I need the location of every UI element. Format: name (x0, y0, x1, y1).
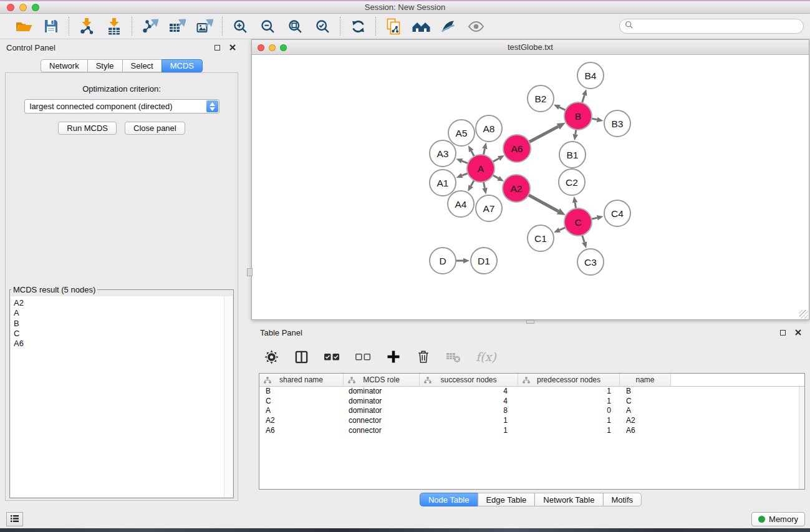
graph-edge-A6-B[interactable] (529, 123, 565, 142)
tab-style[interactable]: Style (87, 59, 123, 72)
table-cell[interactable]: C (259, 397, 344, 407)
table-cell[interactable]: 1 (518, 416, 620, 426)
export-image-icon[interactable] (195, 17, 214, 36)
task-history-button[interactable] (6, 512, 23, 526)
table-row[interactable]: A2connector11A2 (259, 416, 804, 426)
table-cell[interactable]: A2 (620, 416, 671, 426)
memory-button[interactable]: Memory (751, 512, 805, 526)
close-table-panel-icon[interactable] (795, 328, 801, 337)
table-cell[interactable]: B (620, 387, 671, 397)
open-session-icon[interactable] (14, 17, 33, 36)
import-network-icon[interactable] (77, 17, 96, 36)
column-header-shared-name[interactable]: shared name (259, 374, 344, 386)
graph-edge-A-A1[interactable] (456, 173, 468, 178)
mcds-result-item[interactable]: B (11, 319, 233, 329)
graph-edge-A-A3[interactable] (456, 158, 468, 163)
delete-column-icon[interactable] (416, 349, 431, 365)
graph-edge-B-B2[interactable] (554, 105, 566, 110)
graph-edge-A-A6[interactable] (493, 155, 504, 162)
tab-motifs[interactable]: Motifs (602, 493, 642, 506)
tab-network-table[interactable]: Network Table (534, 493, 603, 506)
close-network-window-button[interactable] (258, 44, 264, 51)
search-input[interactable] (619, 19, 804, 34)
export-network-icon[interactable] (140, 17, 159, 36)
mcds-result-item[interactable]: C (11, 329, 233, 339)
refresh-icon[interactable] (349, 17, 367, 36)
table-cell[interactable]: 4 (420, 387, 518, 397)
graph-node-A7[interactable]: A7 (476, 195, 502, 221)
save-session-icon[interactable] (42, 17, 60, 36)
mcds-result-list[interactable]: A2ABCA6 (11, 296, 233, 497)
table-cell[interactable]: 0 (518, 406, 620, 416)
graph-node-C2[interactable]: C2 (559, 169, 585, 195)
graph-node-A4[interactable]: A4 (448, 191, 474, 217)
graph-edge-C-C4[interactable] (591, 215, 603, 220)
table-cell[interactable]: A (259, 406, 344, 416)
graph-node-C3[interactable]: C3 (577, 249, 604, 275)
tab-select[interactable]: Select (122, 59, 162, 72)
graph-edge-A-A5[interactable] (468, 145, 475, 156)
graph-edge-D-D1[interactable] (456, 258, 470, 264)
graph-node-A1[interactable]: A1 (430, 170, 456, 196)
table-cell[interactable]: A6 (259, 426, 344, 436)
table-cell[interactable]: dominator (344, 387, 420, 397)
graph-node-A5[interactable]: A5 (448, 120, 475, 146)
table-cell[interactable]: dominator (344, 406, 420, 416)
column-header-mcds-role[interactable]: MCDS role (344, 374, 420, 386)
select-all-icon[interactable] (324, 349, 340, 365)
mcds-result-item[interactable]: A (11, 308, 233, 318)
graph-node-B[interactable]: B (564, 102, 592, 130)
close-window-button[interactable] (7, 4, 14, 11)
graph-node-A2[interactable]: A2 (503, 175, 530, 202)
import-table-icon[interactable] (105, 17, 123, 36)
table-cell[interactable]: A (620, 406, 671, 416)
column-preferences-icon[interactable] (294, 349, 309, 365)
network-overview-icon[interactable] (384, 17, 403, 36)
horizontal-splitter-handle[interactable] (526, 320, 534, 324)
style-preview-icon[interactable] (439, 17, 458, 36)
graph-edge-B-B1[interactable] (573, 130, 578, 140)
mcds-result-item[interactable]: A2 (11, 298, 233, 308)
graph-node-B1[interactable]: B1 (559, 142, 586, 168)
zoom-fit-icon[interactable] (286, 17, 304, 36)
close-panel-icon[interactable] (229, 43, 236, 52)
graph-node-C[interactable]: C (564, 208, 592, 236)
table-cell[interactable]: 4 (420, 397, 518, 407)
float-panel-icon[interactable] (215, 45, 220, 51)
minimize-network-window-button[interactable] (269, 44, 276, 51)
graph-node-D[interactable]: D (430, 248, 456, 274)
vertical-splitter-handle[interactable] (247, 268, 253, 276)
close-panel-button[interactable]: Close panel (125, 122, 185, 135)
graph-edge-A-A2[interactable] (493, 175, 504, 181)
table-settings-icon[interactable] (264, 349, 279, 365)
zoom-selected-icon[interactable] (313, 17, 332, 36)
export-table-icon[interactable] (168, 17, 186, 36)
graph-edge-A2-C[interactable] (528, 195, 565, 215)
graph-node-A8[interactable]: A8 (476, 115, 502, 142)
graph-node-D1[interactable]: D1 (471, 248, 497, 274)
float-table-panel-icon[interactable] (780, 330, 786, 336)
graph-edge-A-A4[interactable] (468, 180, 474, 191)
column-header-name[interactable]: name (620, 374, 671, 386)
network-window-titlebar[interactable]: testGlobe.txt (252, 40, 809, 55)
graph-edge-B-B4[interactable] (582, 89, 587, 103)
table-cell[interactable]: 1 (420, 426, 518, 436)
tab-edge-table[interactable]: Edge Table (477, 493, 535, 506)
add-column-icon[interactable] (386, 349, 401, 365)
criterion-select[interactable]: largest connected component (directed) (24, 99, 219, 114)
table-row[interactable]: Cdominator41C (259, 397, 804, 407)
table-row[interactable]: A6connector11A6 (259, 426, 804, 436)
table-cell[interactable]: 1 (518, 426, 620, 436)
graph-node-A3[interactable]: A3 (430, 140, 456, 167)
graph-node-B3[interactable]: B3 (604, 110, 630, 137)
table-cell[interactable]: A6 (620, 426, 671, 436)
graph-node-B4[interactable]: B4 (577, 62, 604, 89)
table-row[interactable]: Adominator80A (259, 406, 804, 416)
column-header-predecessor-nodes[interactable]: predecessor nodes (518, 374, 620, 386)
graph-node-C1[interactable]: C1 (528, 225, 554, 251)
show-hide-icon[interactable] (466, 17, 485, 36)
zoom-window-button[interactable] (32, 4, 39, 11)
graph-edge-A-A8[interactable] (482, 143, 487, 155)
zoom-out-icon[interactable] (258, 17, 277, 36)
deselect-all-icon[interactable] (355, 349, 371, 365)
